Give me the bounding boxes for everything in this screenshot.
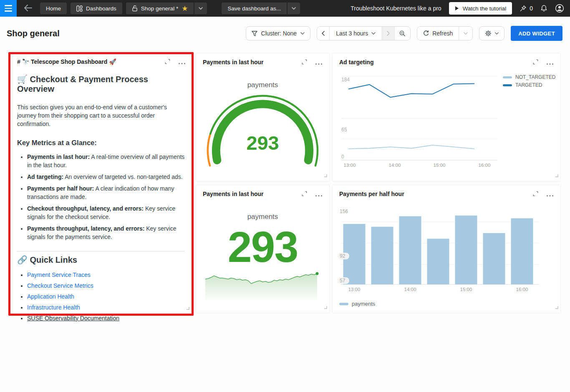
- payments-gauge-widget: Payments in last hour payments 293: [196, 53, 329, 181]
- ellipsis-icon: [546, 195, 554, 197]
- zoom-out-icon: [399, 30, 406, 37]
- legend-item[interactable]: payments: [339, 301, 375, 307]
- expand-widget-button[interactable]: [301, 59, 308, 66]
- key-metrics-heading: Key Metrics at a Glance:: [17, 139, 185, 147]
- user-avatar[interactable]: [555, 4, 564, 13]
- payments-value: 293: [196, 225, 329, 269]
- list-item: SUSE Observability Documentation: [27, 315, 185, 322]
- expand-icon: [532, 191, 539, 197]
- widget-title: Ad targeting: [339, 59, 373, 65]
- payments-per-half-hour-widget: Payments per half hour 156925713:0014:00…: [333, 185, 560, 313]
- widget-menu-button[interactable]: [315, 192, 323, 198]
- expand-widget-button[interactable]: [532, 59, 539, 66]
- chevron-down-icon: [199, 7, 203, 10]
- widget-menu-button[interactable]: [546, 192, 554, 198]
- link-payment-service-traces[interactable]: Payment Service Traces: [27, 271, 91, 278]
- save-dashboard-button[interactable]: Save dashboard as...: [222, 3, 287, 14]
- funnel-icon: [252, 31, 257, 36]
- quick-links-list: Payment Service Traces Checkout Service …: [17, 271, 185, 322]
- expand-icon: [301, 59, 308, 65]
- link-infrastructure-health[interactable]: Infrastructure Health: [27, 304, 80, 311]
- resize-handle[interactable]: [323, 172, 328, 179]
- play-icon: [455, 6, 459, 11]
- link-suse-observability-docs[interactable]: SUSE Observability Documentation: [27, 315, 119, 322]
- svg-text:92: 92: [340, 253, 346, 259]
- chevron-down-icon: [300, 32, 305, 35]
- dashboard-settings-button[interactable]: [479, 26, 504, 40]
- tab-dashboards[interactable]: Dashboards: [71, 3, 122, 14]
- lock-open-icon: [132, 5, 138, 12]
- svg-text:16:00: 16:00: [516, 287, 528, 292]
- svg-text:14:00: 14:00: [389, 163, 401, 168]
- refresh-control: Refresh: [417, 26, 473, 40]
- chevron-down-icon: [292, 7, 296, 10]
- dashboards-tab-label: Dashboards: [86, 5, 116, 12]
- save-dashboard-chevron-button[interactable]: [288, 3, 300, 14]
- chevron-right-icon: [387, 31, 390, 36]
- resize-handle[interactable]: [186, 304, 190, 312]
- key-metrics-list: Payments in last hour: A real-time overv…: [17, 153, 185, 241]
- tab-home[interactable]: Home: [40, 3, 67, 14]
- notifications-button[interactable]: [540, 5, 547, 12]
- chevron-down-icon: [464, 32, 468, 35]
- refresh-label: Refresh: [432, 30, 453, 37]
- ellipsis-icon: [546, 63, 554, 65]
- expand-widget-button[interactable]: [301, 191, 308, 198]
- ellipsis-icon: [315, 195, 323, 197]
- legend-item[interactable]: NOT_TARGETED: [503, 74, 555, 80]
- widget-menu-button[interactable]: [546, 60, 554, 66]
- save-dashboard-label: Save dashboard as...: [227, 5, 281, 12]
- ellipsis-icon: [178, 63, 186, 65]
- resize-handle[interactable]: [323, 304, 328, 311]
- cluster-filter-button[interactable]: Cluster: None: [246, 26, 311, 40]
- time-back-button[interactable]: [317, 27, 329, 40]
- legend-item[interactable]: TARGETED: [503, 82, 555, 88]
- payments-number-widget: Payments in last hour payments 293: [196, 185, 329, 313]
- svg-text:57: 57: [340, 278, 346, 284]
- time-forward-button[interactable]: [382, 27, 394, 40]
- expand-widget-button[interactable]: [164, 58, 171, 66]
- svg-text:14:00: 14:00: [404, 287, 416, 292]
- watch-tutorial-label: Watch the tutorial: [463, 5, 507, 12]
- svg-text:15:00: 15:00: [434, 163, 446, 168]
- svg-text:13:00: 13:00: [344, 163, 356, 168]
- widget-title: Payments per half hour: [339, 191, 404, 197]
- refresh-icon: [423, 30, 429, 36]
- link-application-health[interactable]: Application Health: [27, 293, 74, 300]
- back-button[interactable]: [22, 2, 34, 15]
- list-item: Payments throughput, latency, and errors…: [27, 224, 185, 241]
- widget-title: Payments in last hour: [203, 59, 263, 65]
- gear-icon: [485, 30, 492, 37]
- checkout-overview-heading: 🛒 Checkout & Payment Process Overview: [17, 74, 185, 94]
- svg-text:16:00: 16:00: [479, 163, 491, 168]
- add-widget-button[interactable]: ADD WIDGET: [511, 26, 562, 41]
- link-checkout-service-metrics[interactable]: Checkout Service Metrics: [27, 282, 93, 289]
- time-zoom-out-button[interactable]: [394, 27, 410, 40]
- bell-icon: [540, 5, 547, 12]
- shop-general-chevron-button[interactable]: [194, 3, 207, 14]
- time-range-label: Last 3 hours: [336, 30, 368, 37]
- expand-widget-button[interactable]: [532, 191, 539, 198]
- chart-legend: NOT_TARGETEDTARGETED: [503, 74, 555, 88]
- chart-legend: payments: [339, 301, 375, 307]
- cluster-filter-label: Cluster: None: [261, 30, 297, 37]
- ellipsis-icon: [315, 63, 323, 65]
- svg-text:65: 65: [341, 127, 347, 133]
- svg-text:13:00: 13:00: [348, 287, 361, 292]
- hamburger-menu-button[interactable]: [0, 0, 17, 17]
- resize-handle[interactable]: [555, 172, 559, 179]
- svg-text:293: 293: [246, 132, 279, 154]
- time-range-button[interactable]: Last 3 hours: [329, 27, 382, 40]
- promo-text: Troubleshoot Kubernetes like a pro: [351, 5, 441, 12]
- widget-menu-button[interactable]: [315, 60, 323, 66]
- widget-menu-button[interactable]: [178, 60, 186, 66]
- pinned-items-button[interactable]: 0: [520, 5, 533, 12]
- favorite-star-icon[interactable]: ★: [182, 5, 188, 12]
- refresh-interval-chevron[interactable]: [459, 27, 472, 40]
- watch-tutorial-button[interactable]: Watch the tutorial: [449, 2, 512, 15]
- refresh-button[interactable]: Refresh: [417, 27, 459, 40]
- expand-icon: [301, 191, 308, 197]
- resize-handle[interactable]: [555, 304, 559, 311]
- expand-icon: [164, 58, 171, 65]
- tab-shop-general[interactable]: Shop general * ★: [126, 3, 194, 14]
